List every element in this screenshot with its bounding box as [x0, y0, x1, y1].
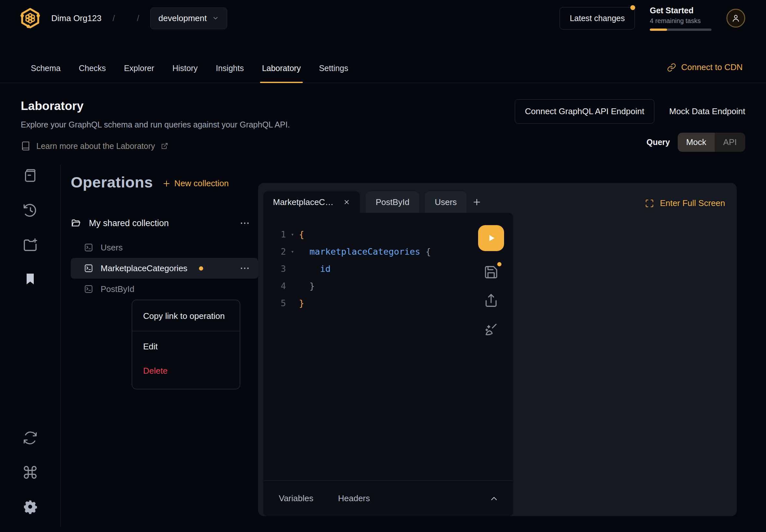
operation-label: MarketplaceCategories — [101, 263, 187, 273]
query-mode-api-option[interactable]: API — [715, 133, 745, 152]
tab-schema[interactable]: Schema — [31, 64, 61, 83]
target-selector-value: development — [158, 13, 207, 23]
breadcrumb: Dima Org123 / / development — [51, 7, 227, 29]
breadcrumb-separator: / — [137, 13, 139, 23]
history-icon[interactable] — [22, 202, 39, 219]
operation-more-icon[interactable] — [239, 263, 250, 274]
share-upload-icon — [484, 293, 499, 308]
editor-tab-users[interactable]: Users — [425, 191, 467, 213]
editor-tab-marketplacecategories[interactable]: MarketplaceC… — [263, 191, 360, 213]
new-tab-plus-icon[interactable] — [467, 191, 487, 213]
play-icon — [485, 232, 497, 244]
prettify-query-button[interactable] — [484, 322, 499, 337]
settings-gear-icon[interactable] — [22, 498, 39, 515]
user-avatar[interactable] — [726, 9, 745, 28]
headers-tab[interactable]: Headers — [338, 493, 370, 503]
line-number: 3 — [263, 264, 286, 274]
sync-icon[interactable] — [22, 429, 39, 446]
folder-open-icon — [71, 218, 81, 228]
get-started-subtitle: 4 remaining tasks — [650, 17, 711, 25]
operations-list: Users MarketplaceCategories — [71, 237, 258, 299]
top-bar: Dima Org123 / / development Latest chang… — [0, 0, 766, 36]
variables-tab[interactable]: Variables — [279, 493, 313, 503]
operations-title: Operations — [71, 173, 153, 191]
editor-tab-postbyid[interactable]: PostById — [366, 191, 419, 213]
get-started-title: Get Started — [650, 6, 711, 15]
tab-explorer[interactable]: Explorer — [124, 64, 154, 83]
fold-arrow-icon[interactable]: ▾ — [286, 231, 299, 237]
tab-checks[interactable]: Checks — [79, 64, 106, 83]
chevron-down-icon — [212, 15, 219, 22]
latest-changes-button[interactable]: Latest changes — [560, 7, 635, 30]
enter-fullscreen-button[interactable]: Enter Full Screen — [645, 198, 725, 213]
tab-laboratory[interactable]: Laboratory — [262, 64, 301, 83]
plus-icon — [162, 179, 171, 188]
rail-bottom-group — [22, 429, 39, 515]
person-icon — [731, 13, 741, 23]
shortcuts-command-icon[interactable] — [22, 464, 39, 481]
rail-top-group — [22, 167, 39, 287]
collection-more-icon[interactable] — [239, 218, 250, 229]
operation-label: PostById — [101, 284, 134, 294]
save-operation-button[interactable] — [484, 265, 499, 280]
code-area[interactable]: 1 ▾ { 2 ▾ marketplaceCategories { 3 — [263, 213, 513, 480]
new-collection-button[interactable]: New collection — [162, 176, 229, 188]
get-started-widget[interactable]: Get Started 4 remaining tasks — [650, 6, 711, 31]
get-started-progress-fill — [650, 29, 667, 31]
collection-my-shared-collection[interactable]: My shared collection — [71, 214, 258, 232]
line-number: 1 — [263, 229, 286, 239]
operation-item-users[interactable]: Users — [71, 237, 258, 258]
context-menu-edit[interactable]: Edit — [132, 334, 240, 359]
graphql-hive-app: Dima Org123 / / development Latest chang… — [0, 0, 766, 532]
tab-history[interactable]: History — [172, 64, 198, 83]
save-icon — [484, 265, 499, 280]
query-mode-toggle: Mock API — [678, 133, 745, 152]
maximize-icon — [645, 199, 654, 208]
bookmarks-icon[interactable] — [22, 271, 39, 287]
code-line: 5 } — [263, 295, 513, 312]
tab-insights[interactable]: Insights — [216, 64, 244, 83]
code-line: 3 id — [263, 260, 513, 277]
main-nav: Schema Checks Explorer History Insights … — [0, 36, 766, 83]
code-token: } — [299, 281, 315, 291]
breadcrumb-org[interactable]: Dima Org123 — [51, 13, 102, 23]
docs-icon[interactable] — [22, 167, 39, 184]
unsaved-changes-dot — [199, 266, 203, 271]
breadcrumb-separator: / — [113, 13, 115, 23]
context-menu-copy-link[interactable]: Copy link to operation — [132, 304, 240, 328]
new-collection-folder-icon[interactable] — [22, 236, 39, 253]
operation-item-marketplacecategories[interactable]: MarketplaceCategories — [71, 258, 258, 279]
operation-item-postbyid[interactable]: PostById — [71, 279, 258, 299]
collections-list: My shared collection Users — [71, 214, 258, 299]
link-icon — [667, 63, 676, 72]
page-header-left: Laboratory Explore your GraphQL schema a… — [21, 99, 290, 152]
code-token: id — [299, 264, 331, 274]
line-number: 2 — [263, 247, 286, 257]
editor-tabs-row: MarketplaceC… PostById Users — [258, 183, 737, 213]
code-token: } — [299, 298, 304, 308]
get-started-progressbar — [650, 29, 711, 31]
operation-context-menu: Copy link to operation Edit Delete — [132, 300, 240, 389]
code-token: { — [299, 229, 304, 239]
chevron-up-icon[interactable] — [489, 494, 499, 503]
operations-header: Operations New collection — [71, 173, 258, 191]
operation-label: Users — [101, 243, 123, 253]
laboratory-content: Operations New collection My shared coll… — [0, 165, 766, 527]
connect-to-cdn-label: Connect to CDN — [681, 62, 743, 72]
connect-graphql-endpoint-button[interactable]: Connect GraphQL API Endpoint — [515, 99, 654, 124]
page-title: Laboratory — [21, 99, 290, 113]
close-icon[interactable] — [343, 199, 350, 206]
query-mode-mock-option[interactable]: Mock — [678, 133, 715, 152]
run-query-button[interactable] — [478, 225, 504, 251]
learn-more-link[interactable]: Learn more about the Laboratory — [21, 141, 290, 151]
editor-footer: Variables Headers — [263, 480, 513, 516]
context-menu-delete[interactable]: Delete — [132, 359, 240, 383]
clean-broom-icon — [484, 322, 499, 337]
target-selector-dropdown[interactable]: development — [150, 7, 227, 29]
share-operation-button[interactable] — [484, 293, 499, 308]
fold-arrow-icon[interactable]: ▾ — [286, 248, 299, 255]
hive-logo-icon[interactable] — [19, 6, 41, 30]
tab-settings[interactable]: Settings — [319, 64, 348, 83]
mock-data-endpoint-button[interactable]: Mock Data Endpoint — [669, 106, 745, 116]
connect-to-cdn-link[interactable]: Connect to CDN — [667, 62, 743, 83]
